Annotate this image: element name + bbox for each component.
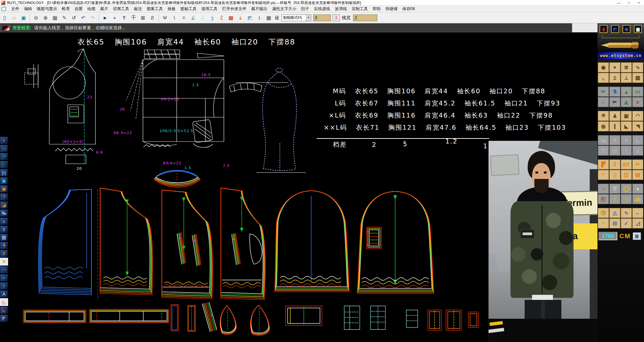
puzzle-icon[interactable]: ◰ — [598, 194, 609, 204]
notch-icon[interactable]: ζ — [217, 13, 226, 22]
mannequin-icon[interactable]: ♟ — [609, 111, 620, 121]
proportion-icon[interactable]: |:| — [0, 169, 8, 177]
curve-piece-icon[interactable]: ◜ — [598, 170, 609, 180]
buttons-icon[interactable]: ◉ — [622, 25, 631, 33]
chevron-down-icon[interactable]: ▼ — [306, 15, 311, 21]
slash-oo-icon[interactable]: ⁒ — [0, 225, 8, 233]
menu-item-23[interactable]: 保存08 — [400, 5, 417, 12]
cross-plus-icon[interactable]: + — [632, 184, 643, 194]
menu-item-6[interactable]: 绘图 — [85, 5, 98, 12]
menu-item-14[interactable]: 打开外发文件 — [220, 5, 249, 12]
arrows-updown-icon[interactable]: ⇅ — [609, 87, 620, 97]
save-icon[interactable]: ▣ — [19, 13, 28, 22]
move-icon[interactable]: + — [110, 13, 119, 22]
menu-item-16[interactable]: 属性文字大小 — [270, 5, 299, 12]
minimize-button[interactable]: — — [614, 0, 624, 6]
hat-icon[interactable]: ▆ — [634, 25, 642, 33]
bowl-cloth-icon[interactable]: ◔ — [598, 184, 609, 194]
corner-dot-icon[interactable]: ⌐ — [0, 274, 8, 282]
spiral-icon[interactable]: ▣ — [621, 111, 632, 121]
piece-fill-icon[interactable]: ◪ — [0, 201, 8, 209]
bucket-piece-icon[interactable]: ◍ — [598, 121, 609, 131]
text-icon[interactable]: A — [0, 290, 8, 298]
line-tool-icon[interactable]: \ — [170, 13, 179, 22]
menu-item-12[interactable]: 图标工具 — [178, 5, 199, 12]
curve-icon[interactable]: ʒ — [208, 13, 216, 22]
pleat-box-icon[interactable]: П — [609, 135, 620, 145]
curve-brush-icon[interactable]: ◖ — [0, 136, 8, 144]
frame-orange-icon[interactable]: ▣ — [0, 185, 8, 193]
corner-axis-icon[interactable]: ∟ — [0, 161, 8, 168]
thread-wave-icon[interactable]: ∿ — [632, 62, 643, 72]
add-point-icon[interactable]: 干 — [129, 13, 138, 22]
arrow-down-icon[interactable]: ⇂ — [255, 13, 264, 22]
undo-icon[interactable]: ↶ — [79, 13, 88, 22]
house-icon[interactable]: ⌂ — [0, 217, 8, 225]
pleat-cols-icon[interactable]: Ш — [598, 135, 609, 145]
drop-icon[interactable]: ⇣ — [236, 13, 245, 22]
colors-icon[interactable]: ▦ — [227, 13, 235, 22]
help-icon[interactable]: ? — [0, 193, 8, 201]
cut-paper-icon[interactable]: ✂ — [609, 97, 620, 107]
keypad-icon[interactable]: ▦ — [51, 13, 59, 22]
oval-line-icon[interactable]: ◯ — [621, 184, 632, 194]
menu-item-17[interactable]: 扣子 — [299, 5, 312, 12]
website-banner[interactable]: www.etsystem.cn — [597, 52, 644, 59]
menu-item-4[interactable]: 检查 — [59, 5, 72, 12]
menu-item-7[interactable]: 裁片 — [98, 5, 111, 12]
curve-ruler-icon[interactable]: ◟ — [598, 73, 609, 83]
grid-tool-icon[interactable]: ▩ — [264, 13, 273, 22]
awl-tool-icon[interactable]: * — [598, 218, 609, 228]
parallel-icon[interactable]: = — [179, 13, 188, 22]
rotate-piece-icon[interactable]: Ƨ — [148, 13, 157, 22]
red-piece-icon[interactable]: ◣ — [0, 306, 8, 314]
triangle-compass-icon[interactable]: △ — [609, 208, 620, 218]
box-s-icon[interactable]: ⊟ — [609, 218, 620, 228]
menu-item-8[interactable]: 切展工具 — [111, 5, 131, 12]
menu-item-21[interactable]: 帮助 — [370, 5, 383, 12]
dashed-piece-icon[interactable]: ▒ — [609, 170, 620, 180]
fork-tool-icon[interactable]: Ψ — [160, 13, 169, 22]
pants-piece-icon[interactable]: ∥ — [609, 121, 620, 131]
pleat-icon[interactable]: Ξ — [609, 73, 620, 83]
presser-foot-icon[interactable]: ⊥ — [621, 73, 632, 83]
shirt-piece-icon[interactable]: ◥ — [632, 121, 643, 131]
abc-icon[interactable]: ab — [632, 194, 643, 204]
calculator-icon[interactable]: ▦ — [633, 232, 641, 240]
dart-y-icon[interactable]: ✗ — [0, 250, 8, 257]
darts-icon[interactable]: ∧ — [621, 135, 632, 145]
permille-icon[interactable]: ‰ — [0, 209, 8, 217]
arc-icon[interactable]: ◁ — [0, 145, 8, 152]
open-file-icon[interactable]: ▱ — [10, 13, 19, 22]
grid-cross-icon[interactable]: # — [0, 282, 8, 290]
measure-icon[interactable]: ⊣ — [0, 266, 8, 274]
thread-loop-icon[interactable]: ◠ — [632, 111, 643, 121]
stitch-icon[interactable]: ≣ — [621, 62, 632, 72]
strip-x-icon[interactable]: × — [632, 97, 643, 107]
new-file-icon[interactable]: ▯ — [0, 13, 9, 22]
lineweight-input[interactable] — [353, 14, 377, 21]
gray-piece-icon[interactable]: ◤ — [0, 314, 8, 322]
menu-item-13[interactable]: 选用工具 — [199, 5, 220, 12]
zigzag-piece-icon[interactable]: ▨ — [632, 73, 643, 83]
dart-piece-icon[interactable]: ◇ — [609, 146, 620, 156]
menu-item-19[interactable]: 波浪线 — [332, 5, 349, 12]
et-export-icon[interactable]: ET — [621, 159, 632, 169]
screen-icon[interactable]: ⊠ — [139, 13, 147, 22]
menu-item-10[interactable]: 图案工具 — [144, 5, 165, 12]
settings-glyph[interactable]: 设 — [275, 15, 279, 21]
hammer-piece-icon[interactable]: ⌐ — [598, 97, 609, 107]
brush-icon[interactable]: ✎ — [60, 13, 69, 22]
iron2-icon[interactable]: ◗ — [621, 194, 632, 204]
stripes-icon[interactable]: ▤ — [632, 170, 643, 180]
slash-icon[interactable]: ∕ — [621, 146, 632, 156]
panel-piece-icon[interactable]: ◣ — [621, 121, 632, 131]
dart-tri-icon[interactable]: ▼ — [0, 258, 8, 266]
menu-item-2[interactable]: 编辑 — [22, 5, 34, 12]
menu-item-9[interactable]: 标注 — [131, 5, 144, 12]
button-awl-icon[interactable]: ◉ — [598, 62, 609, 72]
scissors-icon[interactable]: ✂ — [598, 87, 609, 97]
apply-lineweight-button[interactable]: ↧ — [332, 14, 340, 21]
menu-item-5[interactable]: 设置 — [72, 5, 85, 12]
vertical-tool-icon[interactable]: Ŧ — [120, 13, 128, 22]
